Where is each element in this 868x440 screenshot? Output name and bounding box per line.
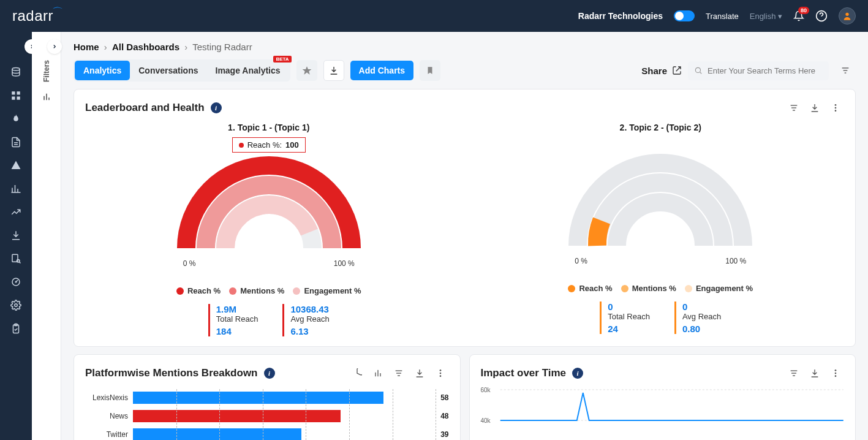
notifications-button[interactable]: 80 (793, 10, 804, 21)
hbar-label: LexisNexis (85, 393, 128, 402)
database-icon (10, 67, 21, 78)
share-button[interactable]: Share (641, 66, 682, 76)
nav-alerts[interactable] (10, 159, 22, 172)
hbar-row: LexisNexis58 (85, 392, 449, 404)
nav-performance[interactable] (10, 276, 22, 288)
top-bar: radarr⌒ Radarr Technologies Translate En… (0, 0, 868, 32)
favorite-button[interactable] (296, 60, 317, 81)
search-input[interactable] (708, 66, 823, 75)
svg-point-22 (835, 107, 837, 109)
notification-badge: 80 (798, 7, 809, 14)
info-icon[interactable]: i (572, 368, 583, 379)
svg-point-27 (439, 370, 441, 371)
gauge-2-chart (568, 154, 752, 252)
filters-expand-button[interactable] (47, 39, 62, 54)
breadcrumb-all-dashboards[interactable]: All Dashboards (112, 42, 179, 52)
gauge-topic-1: 1. Topic 1 - (Topic 1) Reach %: 100 (85, 123, 453, 336)
user-icon (842, 11, 852, 21)
nav-docs[interactable] (10, 136, 22, 148)
add-charts-button[interactable]: Add Charts (350, 61, 413, 80)
nav-insights[interactable] (10, 183, 22, 195)
leaderboard-card: Leaderboard and Health i 1. Topic 1 - (T… (74, 89, 856, 347)
legend-mentions-2[interactable]: Mentions % (621, 284, 676, 293)
gauge-1-max: 100 % (334, 259, 355, 268)
org-name[interactable]: Radarr Technologies (578, 11, 663, 21)
card-download-button[interactable] (411, 365, 428, 382)
gauge-1-title: 1. Topic 1 - (Topic 1) (228, 123, 309, 132)
star-icon (302, 66, 312, 75)
svg-point-1 (845, 13, 848, 16)
tab-analytics[interactable]: Analytics (75, 61, 130, 80)
tooltip-dot (239, 143, 244, 148)
info-icon[interactable]: i (211, 102, 222, 113)
language-select[interactable]: English ▾ (750, 12, 782, 21)
bookmark-icon (426, 66, 434, 75)
nav-data[interactable] (10, 66, 22, 78)
gauge-topic-2: 2. Topic 2 - (Topic 2) 0 % 100 (477, 123, 845, 336)
legend-reach-2[interactable]: Reach % (568, 284, 612, 293)
hbar-row: News48 (85, 410, 449, 422)
nav-dashboards[interactable] (10, 89, 22, 102)
nav-trending[interactable] (10, 113, 22, 125)
svg-rect-5 (12, 97, 15, 100)
file-icon (10, 137, 21, 148)
filters-chart-button[interactable] (42, 92, 51, 102)
svg-rect-6 (17, 97, 20, 100)
card-sort-button[interactable] (390, 365, 407, 382)
search-box[interactable] (688, 61, 829, 80)
legend-engagement[interactable]: Engagement % (293, 286, 361, 295)
chart-type-bar-button[interactable] (369, 365, 387, 382)
card-menu-button[interactable] (827, 99, 844, 116)
info-icon[interactable]: i (264, 368, 275, 379)
hbar-row: Twitter39 (85, 428, 449, 440)
legend-reach[interactable]: Reach % (176, 286, 221, 295)
hbar-label: News (85, 412, 128, 420)
download-icon (810, 103, 820, 113)
tab-conversations[interactable]: Conversations (130, 61, 206, 80)
brand-logo[interactable]: radarr⌒ (12, 7, 65, 25)
breadcrumb-current: Testing Radarr (192, 42, 252, 52)
hbar-label: Twitter (85, 430, 128, 439)
breadcrumb: Home › All Dashboards › Testing Radarr (74, 42, 856, 52)
export-button[interactable] (323, 60, 344, 81)
svg-point-33 (835, 370, 837, 371)
nav-clipboard[interactable] (10, 322, 22, 335)
legend-mentions[interactable]: Mentions % (229, 286, 284, 295)
gauge-1-chart (177, 156, 361, 254)
sort-icon (789, 103, 799, 113)
card-menu-button[interactable] (432, 365, 449, 382)
bar-icon (373, 368, 383, 378)
nav-library[interactable] (10, 252, 22, 265)
platformwise-card: Platformwise Mentions Breakdown i LexisN… (74, 354, 461, 440)
card-sort-button[interactable] (785, 99, 802, 116)
tab-image-analytics[interactable]: Image Analytics BETA (207, 61, 289, 80)
download-icon (810, 368, 820, 378)
flame-icon (10, 113, 21, 124)
card-download-button[interactable] (806, 99, 823, 116)
legend-engagement-2[interactable]: Engagement % (685, 284, 753, 293)
translate-toggle[interactable] (674, 10, 695, 21)
card-sort-button[interactable] (785, 365, 802, 382)
bookmark-button[interactable] (420, 60, 440, 81)
help-button[interactable] (815, 10, 828, 22)
main-content: Home › All Dashboards › Testing Radarr A… (61, 32, 868, 440)
nav-download[interactable] (10, 229, 22, 241)
grid-icon (10, 90, 21, 101)
svg-point-14 (695, 67, 700, 72)
nav-trends[interactable] (10, 206, 22, 218)
card-menu-button[interactable] (827, 365, 844, 382)
brand-arc-icon: ⌒ (52, 6, 64, 18)
chevron-down-icon: ▾ (778, 12, 782, 21)
nav-settings[interactable] (10, 299, 22, 311)
chart-type-pie-button[interactable] (349, 365, 366, 382)
svg-point-34 (835, 373, 837, 374)
platformwise-chart: LexisNexis58News48Twitter39 (85, 392, 449, 440)
svg-point-21 (835, 104, 837, 106)
chevron-right-icon (51, 44, 58, 50)
tooltip-value: 100 (285, 140, 299, 150)
filter-button[interactable] (835, 60, 856, 81)
avatar[interactable] (839, 7, 856, 25)
breadcrumb-home[interactable]: Home (74, 42, 99, 52)
card-download-button[interactable] (806, 365, 823, 382)
impact-y60: 60k (481, 387, 491, 393)
